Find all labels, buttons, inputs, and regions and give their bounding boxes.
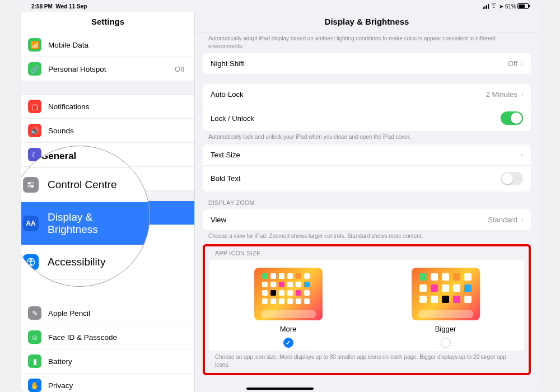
row-label: Auto-Lock: [211, 90, 244, 99]
bold-text-toggle[interactable]: [501, 172, 523, 185]
choice-label: Bigger: [435, 325, 456, 333]
row-label: Bold Text: [211, 174, 240, 183]
location-icon: ➤: [499, 3, 503, 10]
zoom-control-centre[interactable]: Control Centre: [21, 168, 150, 202]
bigger-preview-thumb: [412, 268, 480, 320]
sidebar-item-label: Privacy: [48, 381, 73, 390]
annotation-highilight-box: APP ICON SIZE: [203, 244, 531, 375]
row-value: 2 Minutes: [486, 90, 517, 99]
sidebar-item-label: Personal Hotspot: [48, 65, 106, 73]
radio-more[interactable]: [283, 338, 293, 348]
row-lock-unlock[interactable]: Lock / Unlock: [203, 105, 531, 131]
chevron-right-icon: ›: [521, 151, 523, 158]
app-icon-option-more[interactable]: More: [254, 268, 323, 348]
page-title: Display & Brightness: [195, 12, 539, 32]
app-icon-caption: Choose an app icon size. More displays u…: [209, 351, 524, 370]
toggles-icon: [23, 177, 39, 193]
row-value: Off: [508, 59, 517, 68]
app-icon-option-bigger[interactable]: Bigger: [412, 268, 480, 348]
notifications-icon: ▢: [28, 100, 41, 113]
more-preview-thumb: [254, 268, 323, 320]
row-night-shift[interactable]: Night Shift Off ›: [203, 53, 531, 74]
chevron-right-icon: ›: [521, 91, 523, 99]
battery-indicator: 61%: [505, 3, 529, 10]
face-id-icon: ☺: [28, 330, 41, 344]
link-icon: 🔗: [28, 62, 41, 76]
status-time: 2:58 PM: [31, 3, 53, 10]
row-label: View: [211, 216, 226, 224]
sidebar-item-label: Sounds: [48, 127, 74, 135]
sidebar-item-label: Notifications: [48, 102, 90, 111]
zoom-row-label: Accessibility: [48, 256, 105, 268]
display-zoom-header: DISPLAY ZOOM: [203, 192, 531, 209]
status-date: Wed 11 Sep: [55, 3, 87, 10]
choice-label: More: [280, 325, 297, 333]
sidebar-item-sounds[interactable]: 🔊 Sounds: [21, 119, 194, 143]
sidebar-item-label: Face ID & Passcode: [48, 333, 117, 342]
text-size-icon: AA: [23, 216, 39, 231]
radio-bigger[interactable]: [441, 338, 451, 348]
lock-unlock-caption: Automatically lock and unlock your iPad …: [203, 131, 531, 144]
view-caption: Choose a view for iPad. Zoomed shows lar…: [203, 230, 531, 244]
cellular-signal-icon: [483, 4, 489, 9]
sidebar-item-label: Battery: [48, 357, 72, 366]
row-label: Night Shift: [211, 59, 244, 68]
zoom-row-label: Display & Brightness: [48, 211, 142, 236]
zoom-display-brightness[interactable]: AA Display & Brightness: [21, 202, 150, 245]
battery-percent: 61%: [505, 3, 516, 10]
sidebar-item-notifications[interactable]: ▢ Notifications: [21, 95, 194, 119]
sidebar-item-label: Apple Pencil: [48, 309, 90, 318]
content-panel: Display & Brightness Automatically adapt…: [195, 12, 539, 392]
sidebar-title: Settings: [21, 12, 194, 33]
lock-unlock-toggle[interactable]: [501, 111, 523, 125]
row-text-size[interactable]: Text Size ›: [203, 144, 531, 165]
row-label: Text Size: [211, 151, 240, 159]
sidebar-item-privacy[interactable]: ✋ Privacy: [21, 374, 194, 392]
home-indicator[interactable]: [246, 388, 314, 390]
zoom-row-label: Control Centre: [48, 179, 117, 191]
svg-point-5: [30, 259, 31, 260]
hand-icon: ✋: [28, 379, 41, 392]
wifi-icon: [491, 3, 497, 10]
sidebar-item-mobile-data[interactable]: 📶 Mobile Data: [21, 33, 194, 57]
sidebar-item-personal-hotspot[interactable]: 🔗 Personal Hotspot Off: [21, 57, 194, 81]
row-bold-text[interactable]: Bold Text: [203, 165, 531, 192]
true-tone-caption: Automatically adapt iPad display based o…: [203, 32, 531, 53]
sidebar-item-label: Mobile Data: [48, 41, 88, 49]
status-bar: 2:58 PM Wed 11 Sep ➤ 61%: [21, 0, 539, 12]
sidebar-item-value: Off: [175, 65, 184, 73]
row-auto-lock[interactable]: Auto-Lock 2 Minutes ›: [203, 84, 531, 105]
chevron-right-icon: ›: [521, 216, 523, 223]
row-view[interactable]: View Standard ›: [203, 209, 531, 230]
battery-icon: ▮: [28, 354, 41, 368]
sidebar-item-apple-pencil[interactable]: ✎ Apple Pencil: [21, 301, 194, 325]
pencil-icon: ✎: [28, 306, 41, 320]
speaker-icon: 🔊: [28, 124, 41, 137]
row-value: Standard: [488, 216, 517, 224]
sidebar-item-face-id[interactable]: ☺ Face ID & Passcode: [21, 325, 194, 349]
chevron-right-icon: ›: [521, 60, 523, 68]
app-icon-size-header: APP ICON SIZE: [209, 248, 524, 260]
sidebar-item-battery[interactable]: ▮ Battery: [21, 349, 194, 374]
antenna-icon: 📶: [28, 38, 41, 52]
row-label: Lock / Unlock: [211, 114, 254, 123]
